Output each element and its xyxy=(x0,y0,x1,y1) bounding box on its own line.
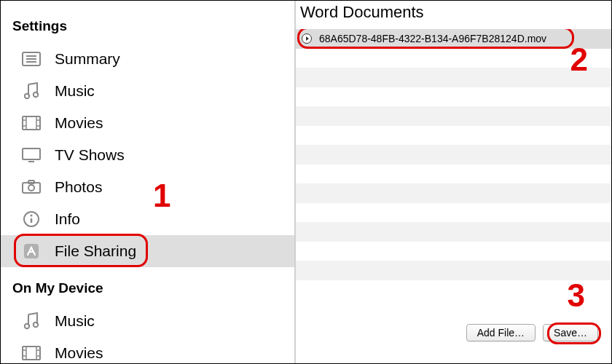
movies-icon xyxy=(20,344,43,363)
sidebar-item-label: File Sharing xyxy=(55,242,136,260)
sidebar-item-label: Info xyxy=(55,210,80,228)
sidebar-item-file-sharing[interactable]: File Sharing xyxy=(1,235,294,267)
sidebar-item-tvshows[interactable]: TV Shows xyxy=(1,139,294,171)
file-row-empty xyxy=(296,165,611,184)
settings-header: Settings xyxy=(1,11,294,43)
sidebar: Settings Summary Music Movies TV Shows xyxy=(1,1,296,363)
sidebar-item-device-movies[interactable]: Movies xyxy=(1,337,294,364)
file-row-empty xyxy=(296,145,611,165)
save-button[interactable]: Save… xyxy=(543,324,598,341)
sidebar-item-movies[interactable]: Movies xyxy=(1,107,294,139)
svg-point-5 xyxy=(34,92,38,97)
tv-icon xyxy=(20,146,43,165)
sidebar-item-summary[interactable]: Summary xyxy=(1,43,294,75)
file-row-empty xyxy=(296,126,611,146)
file-row-empty xyxy=(296,242,611,261)
button-bar: Add File… Save… xyxy=(296,315,611,363)
sidebar-item-music[interactable]: Music xyxy=(1,75,294,107)
sidebar-item-label: Photos xyxy=(55,178,102,196)
sidebar-item-label: TV Shows xyxy=(55,146,125,164)
svg-rect-26 xyxy=(23,347,40,360)
sidebar-item-label: Music xyxy=(55,82,95,100)
file-row-empty xyxy=(296,261,611,280)
music-icon xyxy=(20,312,43,331)
documents-title: Word Documents xyxy=(296,1,611,29)
sidebar-item-device-music[interactable]: Music xyxy=(1,305,294,337)
file-row-empty xyxy=(296,203,611,223)
file-row[interactable]: 68A65D78-48FB-4322-B134-A96F7B28124D.mov xyxy=(296,29,611,49)
svg-point-18 xyxy=(28,185,34,191)
svg-point-20 xyxy=(31,215,33,217)
file-row-empty xyxy=(296,68,611,87)
documents-panel: Word Documents 68A65D78-48FB-4322-B134-A… xyxy=(296,1,611,363)
file-row-empty xyxy=(296,49,611,68)
file-row-empty xyxy=(296,222,611,242)
file-row-empty xyxy=(296,280,611,300)
sidebar-item-info[interactable]: Info xyxy=(1,203,294,235)
info-icon xyxy=(20,210,43,229)
sidebar-item-photos[interactable]: Photos xyxy=(1,171,294,203)
summary-icon xyxy=(20,50,43,68)
svg-rect-14 xyxy=(23,149,40,159)
sidebar-item-label: Movies xyxy=(55,114,103,132)
video-file-icon xyxy=(302,33,312,44)
sidebar-item-label: Movies xyxy=(55,344,103,362)
file-row-empty xyxy=(296,106,611,126)
apps-icon xyxy=(20,242,43,261)
file-name: 68A65D78-48FB-4322-B134-A96F7B28124D.mov xyxy=(319,33,546,44)
music-icon xyxy=(20,82,43,100)
movies-icon xyxy=(20,114,43,132)
file-list[interactable]: 68A65D78-48FB-4322-B134-A96F7B28124D.mov xyxy=(296,29,611,315)
add-file-button[interactable]: Add File… xyxy=(466,324,536,341)
file-row-empty xyxy=(296,183,611,203)
svg-point-24 xyxy=(34,323,38,327)
sidebar-item-label: Music xyxy=(55,312,95,330)
photos-icon xyxy=(20,178,43,197)
on-my-device-header: On My Device xyxy=(1,267,294,305)
sidebar-item-label: Summary xyxy=(55,50,120,68)
file-row-empty xyxy=(296,87,611,107)
svg-rect-7 xyxy=(23,116,40,130)
